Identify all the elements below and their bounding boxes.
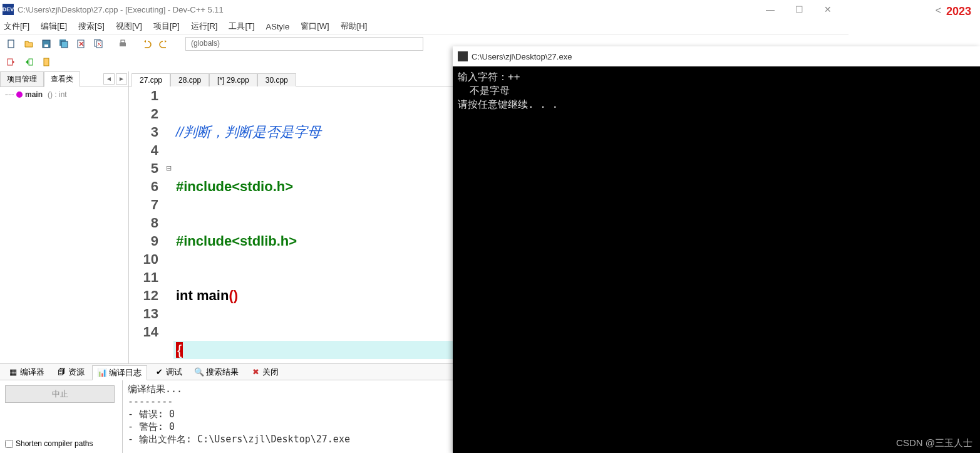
sidebar-nav-right-icon[interactable]: ► bbox=[116, 73, 127, 85]
tree-node-main[interactable]: ┈┈ main () : int bbox=[5, 90, 123, 99]
svg-rect-2 bbox=[44, 44, 48, 47]
minimize-button[interactable]: — bbox=[756, 0, 785, 19]
shorten-paths-checkbox[interactable]: Shorten compiler paths bbox=[5, 439, 117, 448]
grid-icon: ▦ bbox=[9, 368, 18, 377]
window-controls: — ☐ ✕ bbox=[756, 0, 842, 19]
chart-icon: 📊 bbox=[98, 368, 106, 377]
btab-compiler[interactable]: ▦编译器 bbox=[4, 365, 49, 379]
menu-tools[interactable]: 工具[T] bbox=[229, 21, 254, 32]
file-tab-29[interactable]: [*] 29.cpp bbox=[209, 73, 257, 86]
shorten-paths-input[interactable] bbox=[5, 440, 13, 448]
file-tab-30[interactable]: 30.cpp bbox=[257, 73, 296, 86]
function-icon bbox=[16, 91, 23, 98]
menu-help[interactable]: 帮助[H] bbox=[341, 21, 368, 32]
new-file-icon[interactable] bbox=[4, 36, 19, 51]
close-button[interactable]: ✕ bbox=[813, 0, 842, 19]
svg-rect-9 bbox=[121, 40, 125, 43]
back-icon[interactable] bbox=[4, 55, 19, 70]
btab-resources[interactable]: 🗐资源 bbox=[52, 365, 90, 379]
btab-debug[interactable]: ✔调试 bbox=[150, 365, 187, 379]
print-icon[interactable] bbox=[115, 36, 130, 51]
btab-log[interactable]: 📊编译日志 bbox=[92, 365, 147, 380]
open-file-icon[interactable] bbox=[21, 36, 36, 51]
bookmark-icon[interactable] bbox=[39, 55, 54, 70]
undo-icon[interactable] bbox=[139, 36, 154, 51]
menu-window[interactable]: 窗口[W] bbox=[301, 21, 329, 32]
scope-dropdown[interactable]: (globals) bbox=[185, 37, 423, 51]
svg-rect-4 bbox=[61, 41, 68, 48]
redo-icon[interactable] bbox=[157, 36, 172, 51]
svg-rect-8 bbox=[120, 43, 126, 46]
menu-search[interactable]: 搜索[S] bbox=[78, 21, 105, 32]
line-gutter: 1234567891011121314 bbox=[129, 86, 163, 363]
btab-close[interactable]: ✖关闭 bbox=[246, 365, 284, 379]
year-label: 2023 bbox=[946, 5, 971, 18]
save-icon[interactable] bbox=[39, 36, 54, 51]
class-tree: ┈┈ main () : int bbox=[0, 86, 128, 103]
bottom-left-panel: 中止 Shorten compiler paths bbox=[0, 380, 122, 453]
svg-rect-10 bbox=[8, 59, 13, 65]
right-strip: < 2023 bbox=[848, 0, 980, 38]
tab-classes[interactable]: 查看类 bbox=[44, 71, 80, 87]
file-tab-28[interactable]: 28.cpp bbox=[170, 73, 209, 86]
svg-rect-11 bbox=[29, 59, 33, 65]
console-title-text: C:\Users\zjl\Desktop\27.exe bbox=[472, 52, 572, 61]
tab-project[interactable]: 项目管理 bbox=[0, 71, 44, 87]
menu-bar: 文件[F] 编辑[E] 搜索[S] 视图[V] 项目[P] 运行[R] 工具[T… bbox=[0, 19, 980, 34]
save-all-icon[interactable] bbox=[56, 36, 71, 51]
resources-icon: 🗐 bbox=[57, 368, 66, 377]
sidebar-nav-left-icon[interactable]: ◄ bbox=[103, 73, 115, 85]
console-window: C:\Users\zjl\Desktop\27.exe 输入字符：++ 不是字母… bbox=[453, 46, 980, 453]
svg-rect-12 bbox=[44, 58, 49, 66]
check-icon: ✔ bbox=[155, 368, 163, 377]
close-all-icon[interactable] bbox=[91, 36, 106, 51]
menu-edit[interactable]: 编辑[E] bbox=[41, 21, 67, 32]
app-icon: DEV bbox=[3, 4, 14, 15]
maximize-button[interactable]: ☐ bbox=[785, 0, 813, 19]
sidebar: 项目管理 查看类 ◄ ► ┈┈ main () : int bbox=[0, 71, 129, 363]
menu-run[interactable]: 运行[R] bbox=[191, 21, 218, 32]
console-titlebar[interactable]: C:\Users\zjl\Desktop\27.exe bbox=[453, 46, 980, 66]
close-file-icon[interactable] bbox=[74, 36, 89, 51]
btab-search[interactable]: 🔍搜索结果 bbox=[190, 365, 244, 379]
abort-button[interactable]: 中止 bbox=[5, 385, 115, 403]
console-output[interactable]: 输入字符：++ 不是字母 请按任意键继续. . . bbox=[453, 66, 980, 115]
menu-project[interactable]: 项目[P] bbox=[153, 21, 180, 32]
fold-gutter: ⊟ bbox=[163, 86, 173, 363]
menu-file[interactable]: 文件[F] bbox=[4, 21, 29, 32]
file-tab-27[interactable]: 27.cpp bbox=[132, 73, 170, 86]
tree-node-signature: () : int bbox=[48, 90, 67, 99]
tree-node-name: main bbox=[25, 90, 43, 99]
close-icon: ✖ bbox=[251, 368, 260, 377]
menu-view[interactable]: 视图[V] bbox=[116, 21, 142, 32]
forward-icon[interactable] bbox=[21, 55, 36, 70]
prev-icon[interactable]: < bbox=[936, 5, 941, 16]
watermark: CSDN @三玉人士 bbox=[896, 437, 972, 449]
svg-rect-0 bbox=[8, 40, 14, 48]
window-title: C:\Users\zjl\Desktop\27.cpp - [Executing… bbox=[18, 5, 224, 14]
search-icon: 🔍 bbox=[195, 368, 204, 377]
sidebar-tabs: 项目管理 查看类 ◄ ► bbox=[0, 71, 128, 86]
console-icon bbox=[458, 51, 468, 61]
menu-astyle[interactable]: AStyle bbox=[266, 22, 290, 31]
